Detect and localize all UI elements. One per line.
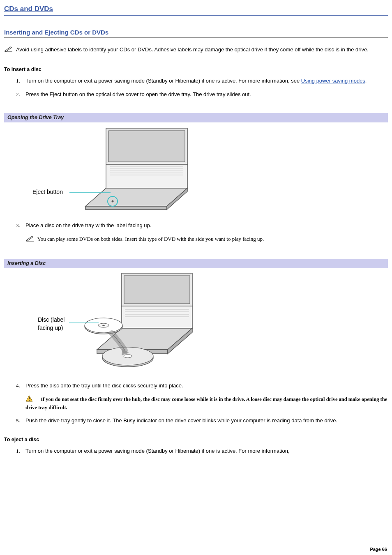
step3-note-text: You can play some DVDs on both sides. In… [37,235,264,242]
svg-marker-9 [85,206,167,210]
step5-text: Push the drive tray gently to close it. … [25,417,337,424]
insert-step-2: Press the Eject button on the optical dr… [21,91,388,98]
insert-step-1: Turn on the computer or exit a power sav… [21,77,388,85]
power-saving-link[interactable]: Using power saving modes [301,78,365,84]
note-intro: Avoid using adhesive labels to identify … [4,45,388,55]
laptop-illustration-1 [85,126,196,212]
step1-text-b: . [365,78,367,84]
insert-step-5: Push the drive tray gently to close it. … [21,417,388,424]
figure1-label: Eject button [32,188,63,196]
eject-step-1: Turn on the computer or exit a power sav… [21,447,388,455]
eject-step1-text: Turn on the computer or exit a power sav… [25,448,290,454]
step1-text-a: Turn on the computer or exit a power sav… [25,78,301,84]
note-intro-text: Avoid using adhesive labels to identify … [16,46,369,53]
callout-line-1 [69,189,111,196]
insert-step-4: Press the disc onto the tray until the d… [21,382,388,411]
insert-step-3: Place a disc on the drive tray with the … [21,222,388,244]
figure2-caption: Inserting a Disc [4,259,388,269]
figure1: Eject button [30,123,199,218]
eject-section-label: To eject a disc [4,436,388,444]
page-title: CDs and DVDs [4,4,388,16]
note-icon [25,235,35,244]
svg-marker-1 [108,131,185,162]
svg-point-12 [112,200,114,203]
callout-line-2 [69,320,99,326]
step2-text: Press the Eject button on the optical dr… [25,91,251,97]
section-heading: Inserting and Ejecting CDs or DVDs [4,28,388,38]
figure2-label-b: facing up) [38,325,63,331]
svg-rect-34 [29,397,30,399]
warning-icon [25,395,33,404]
svg-point-30 [102,325,105,326]
step4-warning-text: If you do not seat the disc firmly over … [25,396,387,410]
figure1-caption: Opening the Drive Tray [4,113,388,123]
svg-marker-15 [124,276,190,304]
step4-text: Press the disc onto the tray until the d… [25,382,183,389]
insert-section-label: To insert a disc [4,66,388,74]
figure2-label-a: Disc (label [38,316,65,323]
note-icon [4,45,14,55]
figure2: Disc (label facing up) [30,269,199,378]
svg-rect-35 [29,400,30,401]
step3-text: Place a disc on the drive tray with the … [25,222,151,228]
svg-point-26 [124,355,132,358]
svg-marker-2 [106,164,187,188]
